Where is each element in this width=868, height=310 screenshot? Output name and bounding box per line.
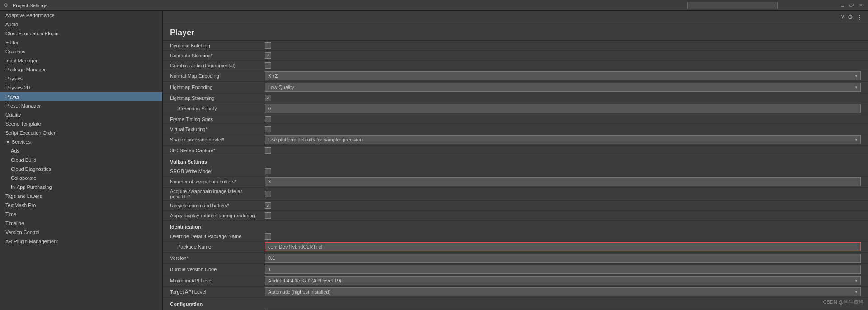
sidebar-item-scene-template[interactable]: Scene Template <box>0 119 162 128</box>
dropdown-wrapper-lightmap-encoding: Low QualityNormal QualityHigh Quality <box>265 83 861 92</box>
maximize-button[interactable]: 🗗 <box>848 2 855 9</box>
sidebar-item-cloud-foundation-plugin[interactable]: CloudFoundation Plugin <box>0 29 162 38</box>
text-input-version[interactable] <box>265 254 861 263</box>
setting-value-virtual-texturing <box>265 126 861 132</box>
setting-value-package-name <box>265 242 861 251</box>
setting-label-minimum-api-level: Minimum API Level <box>170 278 265 283</box>
setting-row-compute-skinning: Compute Skinning* <box>163 51 868 61</box>
sidebar-item-in-app-purchasing[interactable]: In-App Purchasing <box>0 183 162 192</box>
settings-icon-btn[interactable]: ⚙ <box>848 14 853 20</box>
sidebar-item-script-execution-order[interactable]: Script Execution Order <box>0 128 162 137</box>
sidebar-item-cloud-diagnostics[interactable]: Cloud Diagnostics <box>0 164 162 174</box>
dropdown-wrapper-minimum-api-level: Android 4.4 'KitKat' (API level 19) <box>265 276 861 285</box>
checkbox-lightmap-streaming[interactable] <box>265 95 271 101</box>
setting-label-360-stereo-capture: 360 Stereo Capture* <box>170 148 265 153</box>
sidebar-item-xr-plugin-management[interactable]: XR Plugin Management <box>0 237 162 246</box>
setting-label-normal-map-encoding: Normal Map Encoding <box>170 73 265 79</box>
checkbox-compute-skinning[interactable] <box>265 52 271 59</box>
checkbox-dynamic-batching[interactable] <box>265 42 271 49</box>
checkbox-graphics-jobs[interactable] <box>265 62 271 69</box>
checkbox-override-default-package[interactable] <box>265 233 271 240</box>
setting-label-version: Version* <box>170 255 265 261</box>
sidebar-item-audio[interactable]: Audio <box>0 20 162 29</box>
search-input[interactable] <box>687 2 778 9</box>
sidebar-item-ads[interactable]: Ads <box>0 146 162 155</box>
text-input-package-name[interactable] <box>265 242 861 251</box>
setting-label-lightmap-encoding: Lightmap Encoding <box>170 85 265 90</box>
sidebar-item-version-control[interactable]: Version Control <box>0 228 162 237</box>
setting-row-graphics-jobs: Graphics Jobs (Experimental) <box>163 61 868 70</box>
setting-label-override-default-package: Override Default Package Name <box>170 234 265 239</box>
sidebar-item-graphics[interactable]: Graphics <box>0 47 162 56</box>
setting-row-virtual-texturing: Virtual Texturing* <box>163 124 868 134</box>
setting-label-acquire-swapchain: Acquire swapchain image late as possible… <box>170 188 265 199</box>
setting-label-apply-display-rotation: Apply display rotation during rendering <box>170 213 265 218</box>
sidebar-item-quality[interactable]: Quality <box>0 110 162 119</box>
setting-value-acquire-swapchain <box>265 191 861 197</box>
setting-value-streaming-priority <box>265 104 861 113</box>
sidebar-item-collaborate[interactable]: Collaborate <box>0 174 162 183</box>
checkbox-recycle-command-buffers[interactable] <box>265 202 271 209</box>
sidebar-item-input-manager[interactable]: Input Manager <box>0 56 162 65</box>
sidebar-item-cloud-build[interactable]: Cloud Build <box>0 155 162 164</box>
sidebar-item-physics[interactable]: Physics <box>0 74 162 83</box>
dropdown-normal-map-encoding[interactable]: XYZDXT5nm-style <box>265 71 861 80</box>
help-icon[interactable]: ? <box>841 14 844 20</box>
setting-row-override-default-package: Override Default Package Name <box>163 231 868 241</box>
setting-row-minimum-api-level: Minimum API LevelAndroid 4.4 'KitKat' (A… <box>163 275 868 287</box>
setting-value-swapchain-buffers <box>265 177 861 186</box>
setting-row-version: Version* <box>163 253 868 264</box>
sidebar-item-tags-and-layers[interactable]: Tags and Layers <box>0 192 162 201</box>
dropdown-target-api-level[interactable]: Automatic (highest installed) <box>265 287 861 296</box>
close-button[interactable]: ✕ <box>857 2 864 9</box>
sidebar-item-package-manager[interactable]: Package Manager <box>0 65 162 74</box>
title-bar-text: Project Settings <box>13 3 47 8</box>
checkbox-apply-display-rotation[interactable] <box>265 212 271 219</box>
more-icon[interactable]: ⋮ <box>857 14 863 20</box>
setting-row-recycle-command-buffers: Recycle command buffers* <box>163 201 868 211</box>
setting-value-normal-map-encoding: XYZDXT5nm-style <box>265 71 861 80</box>
sidebar-item-textmesh-pro[interactable]: TextMesh Pro <box>0 201 162 210</box>
dropdown-minimum-api-level[interactable]: Android 4.4 'KitKat' (API level 19) <box>265 276 861 285</box>
title-bar-controls: 🗕 🗗 ✕ <box>839 2 864 9</box>
setting-value-lightmap-streaming <box>265 95 861 101</box>
sidebar-item-timeline[interactable]: Timeline <box>0 219 162 228</box>
sidebar-item-adaptive-performance[interactable]: Adaptive Performance <box>0 11 162 20</box>
sidebar: Adaptive PerformanceAudioCloudFoundation… <box>0 11 163 310</box>
dropdown-wrapper-target-api-level: Automatic (highest installed) <box>265 287 861 296</box>
setting-label-graphics-jobs: Graphics Jobs (Experimental) <box>170 63 265 68</box>
setting-row-swapchain-buffers: Number of swapchain buffers* <box>163 176 868 188</box>
dropdown-wrapper-shader-precision-model: Use platform defaults for sampler precis… <box>265 135 861 144</box>
settings-sections: Dynamic BatchingCompute Skinning*Graphic… <box>163 41 868 310</box>
checkbox-360-stereo-capture[interactable] <box>265 147 271 154</box>
content-area: ? ⚙ ⋮ Player Dynamic BatchingCompute Ski… <box>163 11 868 310</box>
checkbox-virtual-texturing[interactable] <box>265 126 271 132</box>
number-input-swapchain-buffers[interactable] <box>265 177 861 186</box>
sidebar-item-time[interactable]: Time <box>0 210 162 219</box>
sidebar-item-services[interactable]: ▼ Services <box>0 137 162 146</box>
setting-row-target-api-level: Target API LevelAutomatic (highest insta… <box>163 287 868 298</box>
checkbox-frame-timing-stats[interactable] <box>265 116 271 122</box>
setting-label-srgb-write-mode: SRGB Write Mode* <box>170 169 265 174</box>
setting-row-acquire-swapchain: Acquire swapchain image late as possible… <box>163 188 868 201</box>
text-input-bundle-version-code[interactable] <box>265 265 861 274</box>
sidebar-item-physics-2d[interactable]: Physics 2D <box>0 83 162 92</box>
sidebar-item-preset-manager[interactable]: Preset Manager <box>0 101 162 110</box>
dropdown-shader-precision-model[interactable]: Use platform defaults for sampler precis… <box>265 135 861 144</box>
setting-row-normal-map-encoding: Normal Map EncodingXYZDXT5nm-style <box>163 70 868 82</box>
setting-value-graphics-jobs <box>265 62 861 69</box>
setting-label-bundle-version-code: Bundle Version Code <box>170 267 265 272</box>
checkbox-srgb-write-mode[interactable] <box>265 168 271 174</box>
setting-value-apply-display-rotation <box>265 212 861 219</box>
setting-label-streaming-priority: Streaming Priority <box>170 106 265 111</box>
setting-value-target-api-level: Automatic (highest installed) <box>265 287 861 296</box>
dropdown-lightmap-encoding[interactable]: Low QualityNormal QualityHigh Quality <box>265 83 861 92</box>
checkbox-acquire-swapchain[interactable] <box>265 191 271 197</box>
sidebar-item-editor[interactable]: Editor <box>0 38 162 47</box>
title-bar: ⚙ Project Settings 🗕 🗗 ✕ <box>0 0 868 11</box>
setting-label-target-api-level: Target API Level <box>170 289 265 295</box>
minimize-button[interactable]: 🗕 <box>839 2 846 9</box>
sidebar-item-player[interactable]: Player <box>0 92 162 101</box>
section-header-vulkan-settings: Vulkan Settings <box>163 155 868 166</box>
number-input-streaming-priority[interactable] <box>265 104 861 113</box>
